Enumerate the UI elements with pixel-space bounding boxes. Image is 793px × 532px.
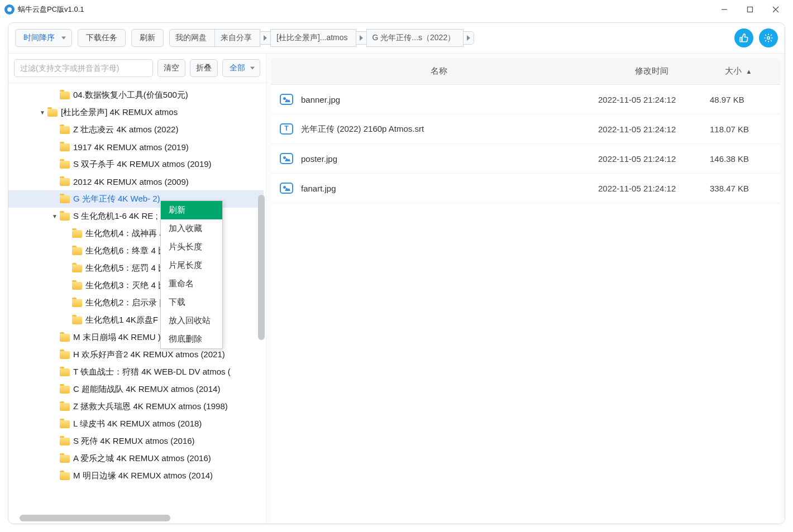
tree-item-label: L 绿皮书 4K REMUX atmos (2018): [73, 419, 202, 429]
folder-icon: [60, 213, 70, 221]
tree-item[interactable]: 生化危机1 4K原盘F 早] [内: [8, 311, 264, 329]
settings-button[interactable]: [759, 28, 778, 47]
text-file-icon: [280, 123, 293, 135]
scrollbar-thumb[interactable]: [20, 515, 170, 521]
close-button[interactable]: [763, 1, 789, 18]
collapse-button[interactable]: 折叠: [190, 59, 218, 77]
tree-item[interactable]: M 末日崩塌 4K REMU ): [8, 329, 264, 346]
main-area: 清空 折叠 全部 04.数据恢复小工具(价值500元)[杜比全景声] 4K RE…: [8, 54, 785, 524]
folder-tree[interactable]: 04.数据恢复小工具(价值500元)[杜比全景声] 4K REMUX atmos…: [8, 83, 266, 524]
tree-item[interactable]: S 双子杀手 4K REMUX atmos (2019): [8, 156, 264, 173]
tree-arrow-icon[interactable]: [39, 109, 46, 117]
folder-icon: [60, 178, 70, 186]
tree-arrow-icon[interactable]: [51, 213, 59, 221]
window-controls: [711, 1, 789, 18]
file-row[interactable]: 光年正传 (2022) 2160p Atmos.srt2022-11-05 21…: [271, 114, 780, 144]
scrollbar-thumb[interactable]: [258, 195, 265, 340]
tree-arrow-spacer: [51, 472, 59, 480]
file-list-panel: 名称 修改时间 大小 ▲ banner.jpg2022-11-05 21:24:…: [266, 54, 785, 524]
context-menu-item[interactable]: 片头长度: [161, 238, 222, 256]
file-name-label: banner.jpg: [301, 95, 340, 104]
download-tasks-button[interactable]: 下载任务: [78, 29, 126, 47]
tree-arrow-spacer: [63, 299, 71, 307]
svg-rect-1: [748, 7, 753, 12]
image-file-icon: [280, 153, 293, 164]
context-menu-item[interactable]: 重命名: [161, 275, 222, 293]
filter-select[interactable]: 全部: [222, 59, 260, 77]
context-menu-item[interactable]: 放入回收站: [161, 311, 222, 330]
breadcrumb-item[interactable]: 我的网盘: [169, 29, 215, 47]
list-header: 名称 修改时间 大小 ▲: [271, 58, 780, 85]
folder-icon: [60, 143, 70, 151]
thumbs-up-button[interactable]: [734, 28, 753, 47]
tree-item[interactable]: 生化危机4：战神再 JX [杜: [8, 225, 264, 242]
minimize-button[interactable]: [711, 1, 737, 18]
tree-item[interactable]: S 生化危机1-6 4K RE ; (200: [8, 208, 264, 225]
context-menu-item[interactable]: 下载: [161, 293, 222, 311]
folder-icon: [60, 334, 70, 342]
maximize-button[interactable]: [737, 1, 763, 18]
tree-arrow-spacer: [51, 455, 59, 463]
file-size-cell: 146.38 KB: [710, 154, 771, 164]
tree-item[interactable]: 生化危机3：灭绝 4 比视: [8, 277, 264, 294]
horizontal-scrollbar[interactable]: [20, 515, 260, 521]
app-frame: 时间降序 下载任务 刷新 我的网盘 来自分享 [杜比全景声]...atmos G…: [8, 22, 785, 524]
tree-item[interactable]: 生化危机2：启示录 [杜比: [8, 294, 264, 311]
file-name-cell: poster.jpg: [280, 153, 598, 164]
tree-item[interactable]: Z 拯救大兵瑞恩 4K REMUX atmos (1998): [8, 398, 264, 415]
file-name-cell: fanart.jpg: [280, 183, 598, 194]
context-menu[interactable]: 刷新加入收藏片头长度片尾长度重命名下载放入回收站彻底删除: [160, 200, 223, 349]
tree-item-label: 1917 4K REMUX atmos (2019): [73, 142, 189, 152]
context-menu-item[interactable]: 加入收藏: [161, 219, 222, 238]
file-size-cell: 118.07 KB: [710, 124, 771, 134]
tree-item[interactable]: 生化危机5：惩罚 4 比视: [8, 260, 264, 277]
sort-asc-icon: ▲: [746, 68, 752, 75]
vertical-scrollbar[interactable]: [258, 195, 265, 418]
refresh-button[interactable]: 刷新: [131, 29, 164, 47]
breadcrumb-item[interactable]: G 光年正传...s（2022）: [366, 29, 464, 47]
tree-item[interactable]: [杜比全景声] 4K REMUX atmos: [8, 104, 264, 121]
folder-icon: [60, 386, 70, 394]
tree-item-label: 04.数据恢复小工具(价值500元): [73, 90, 188, 100]
tree-item-label: G 光年正传 4K Web- 2): [73, 194, 160, 204]
context-menu-item[interactable]: 刷新: [161, 201, 222, 219]
tree-item[interactable]: 04.数据恢复小工具(价值500元): [8, 87, 264, 104]
column-time[interactable]: 修改时间: [596, 66, 708, 76]
tree-item[interactable]: S 死侍 4K REMUX atmos (2016): [8, 433, 264, 450]
file-row[interactable]: poster.jpg2022-11-05 21:24:12146.38 KB: [271, 144, 780, 174]
column-name[interactable]: 名称: [282, 66, 596, 76]
file-row[interactable]: banner.jpg2022-11-05 21:24:1248.97 KB: [271, 85, 780, 114]
folder-icon: [60, 472, 70, 480]
tree-item[interactable]: Z 壮志凌云 4K atmos (2022): [8, 121, 264, 138]
context-menu-item[interactable]: 彻底删除: [161, 330, 222, 348]
column-size[interactable]: 大小 ▲: [708, 66, 769, 76]
breadcrumb: 我的网盘 来自分享 [杜比全景声]...atmos G 光年正传...s（202…: [169, 29, 474, 47]
sort-button[interactable]: 时间降序: [15, 29, 72, 47]
filter-input[interactable]: [14, 59, 153, 77]
clear-button[interactable]: 清空: [157, 59, 185, 77]
column-size-label: 大小: [725, 66, 742, 76]
tree-arrow-spacer: [51, 126, 59, 134]
folder-icon: [60, 92, 70, 99]
tree-item[interactable]: 1917 4K REMUX atmos (2019): [8, 138, 264, 156]
tree-item[interactable]: T 铁血战士：狩猎 4K WEB-DL DV atmos (: [8, 363, 264, 381]
tree-item[interactable]: G 光年正传 4K Web- 2): [8, 190, 264, 208]
folder-icon: [60, 438, 70, 445]
breadcrumb-item[interactable]: [杜比全景声]...atmos: [270, 29, 356, 47]
tree-item[interactable]: M 明日边缘 4K REMUX atmos (2014): [8, 467, 264, 485]
tree-item[interactable]: 2012 4K REMUX atmos (2009): [8, 173, 264, 190]
tree-arrow-spacer: [63, 230, 71, 238]
tree-arrow-spacer: [51, 403, 59, 411]
file-row[interactable]: fanart.jpg2022-11-05 21:24:12338.47 KB: [271, 174, 780, 203]
tree-item-label: C 超能陆战队 4K REMUX atmos (2014): [73, 384, 220, 395]
tree-item[interactable]: A 爱乐之城 4K REMUX atmos (2016): [8, 450, 264, 467]
tree-item[interactable]: L 绿皮书 4K REMUX atmos (2018): [8, 415, 264, 433]
breadcrumb-item[interactable]: 来自分享: [214, 29, 260, 47]
file-name-label: fanart.jpg: [301, 184, 336, 193]
folder-icon: [47, 109, 58, 117]
context-menu-item[interactable]: 片尾长度: [161, 256, 222, 275]
tree-item[interactable]: 生化危机6：终章 4 比视: [8, 242, 264, 260]
tree-item[interactable]: H 欢乐好声音2 4K REMUX atmos (2021): [8, 346, 264, 363]
tree-item[interactable]: C 超能陆战队 4K REMUX atmos (2014): [8, 381, 264, 398]
tree-arrow-spacer: [51, 386, 59, 394]
